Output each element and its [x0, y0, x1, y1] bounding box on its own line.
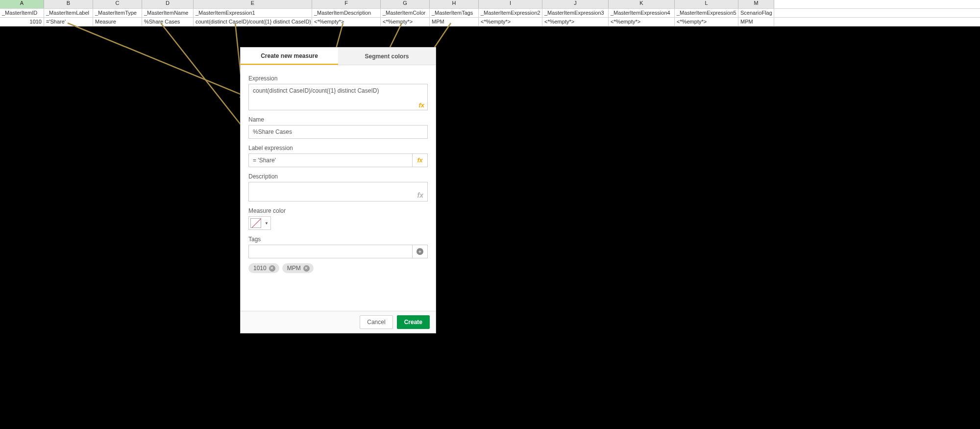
column-letter[interactable]: A	[0, 0, 44, 8]
svg-line-1	[161, 23, 250, 136]
description-input[interactable]: fx	[248, 182, 428, 202]
cell[interactable]: <*%empty*>	[479, 18, 542, 26]
column-header[interactable]: _MasterItemExpression3	[542, 9, 609, 17]
no-color-swatch-icon	[250, 218, 261, 228]
data-row: 1010='Share'Measure%Share Casescount(dis…	[0, 18, 980, 26]
cancel-button[interactable]: Cancel	[360, 315, 392, 329]
column-letter-row: ABCDEFGHIJKLM	[0, 0, 980, 9]
dialog-body: Expression count(distinct CaseID)/count(…	[241, 65, 436, 311]
column-header[interactable]: _MasterItemTags	[430, 9, 479, 17]
column-header[interactable]: ScenarioFlag	[738, 9, 774, 17]
tags-input[interactable]	[248, 245, 412, 258]
header-row: _MasterItemID_MasterItemLabel_MasterItem…	[0, 9, 980, 18]
column-letter[interactable]: I	[479, 0, 542, 8]
remove-tag-icon[interactable]: ✕	[269, 265, 275, 272]
column-header[interactable]: _MasterItemLabel	[44, 9, 93, 17]
measure-color-picker[interactable]: ▼	[248, 216, 271, 230]
svg-line-0	[68, 23, 250, 98]
fx-icon-gray[interactable]: fx	[417, 191, 423, 199]
expression-label: Expression	[248, 75, 428, 82]
column-letter[interactable]: G	[381, 0, 430, 8]
column-letter[interactable]: K	[609, 0, 675, 8]
mapping-arrows	[0, 0, 980, 429]
expression-value: count(distinct CaseID)/count({1} distinc…	[253, 87, 379, 94]
cell[interactable]: <*%empty*>	[675, 18, 738, 26]
tag-chip-label: MPM	[287, 265, 301, 272]
add-tag-button[interactable]: +	[412, 245, 428, 258]
label-expression-label: Label expression	[248, 145, 428, 151]
cell[interactable]: <*%empty*>	[542, 18, 609, 26]
expression-input[interactable]: count(distinct CaseID)/count({1} distinc…	[248, 84, 428, 110]
measure-color-label: Measure color	[248, 207, 428, 214]
column-letter[interactable]: D	[142, 0, 194, 8]
tab-create-new-measure[interactable]: Create new measure	[241, 48, 338, 65]
dialog-footer: Cancel Create	[241, 311, 436, 333]
column-letter[interactable]: E	[194, 0, 312, 8]
spreadsheet: ABCDEFGHIJKLM _MasterItemID_MasterItemLa…	[0, 0, 980, 26]
create-button[interactable]: Create	[397, 315, 430, 329]
fx-icon[interactable]: fx	[418, 101, 424, 109]
cell[interactable]: <*%empty*>	[312, 18, 381, 26]
column-letter[interactable]: L	[675, 0, 738, 8]
chevron-down-icon: ▼	[263, 221, 270, 226]
dialog-tabs: Create new measure Segment colors	[241, 48, 436, 65]
column-header[interactable]: _MasterItemID	[0, 9, 44, 17]
column-header[interactable]: _MasterItemName	[142, 9, 194, 17]
cell[interactable]: %Share Cases	[142, 18, 194, 26]
column-header[interactable]: _MasterItemDescription	[312, 9, 381, 17]
description-label: Description	[248, 173, 428, 180]
column-header[interactable]: _MasterItemExpression2	[479, 9, 542, 17]
tab-segment-colors[interactable]: Segment colors	[338, 48, 436, 65]
cell[interactable]: MPM	[738, 18, 774, 26]
column-letter[interactable]: H	[430, 0, 479, 8]
tag-chip: 1010✕	[248, 263, 279, 273]
column-letter[interactable]: C	[93, 0, 142, 8]
tag-chip-list: 1010✕MPM✕	[248, 263, 428, 273]
cell[interactable]: 1010	[0, 18, 44, 26]
plus-icon: +	[416, 248, 423, 255]
tag-chip-label: 1010	[253, 265, 267, 272]
label-expression-input[interactable]	[248, 153, 412, 167]
cell[interactable]: MPM	[430, 18, 479, 26]
tags-label: Tags	[248, 236, 428, 243]
column-letter[interactable]: B	[44, 0, 93, 8]
column-header[interactable]: _MasterItemExpression1	[194, 9, 312, 17]
cell[interactable]: <*%empty*>	[381, 18, 430, 26]
column-letter[interactable]: J	[542, 0, 609, 8]
column-header[interactable]: _MasterItemExpression4	[609, 9, 675, 17]
tag-chip: MPM✕	[282, 263, 314, 273]
cell[interactable]: <*%empty*>	[609, 18, 675, 26]
column-header[interactable]: _MasterItemType	[93, 9, 142, 17]
column-header[interactable]: _MasterItemExpression5	[675, 9, 738, 17]
name-input[interactable]	[248, 125, 428, 139]
cell[interactable]: count(distinct CaseID)/count({1} distinc…	[194, 18, 312, 26]
column-letter[interactable]: M	[738, 0, 774, 8]
cell[interactable]: ='Share'	[44, 18, 93, 26]
name-label: Name	[248, 116, 428, 123]
create-measure-dialog: Create new measure Segment colors Expres…	[240, 47, 436, 333]
cell[interactable]: Measure	[93, 18, 142, 26]
remove-tag-icon[interactable]: ✕	[303, 265, 310, 272]
column-header[interactable]: _MasterItemColor	[381, 9, 430, 17]
column-letter[interactable]: F	[312, 0, 381, 8]
fx-button[interactable]: fx	[412, 153, 428, 167]
